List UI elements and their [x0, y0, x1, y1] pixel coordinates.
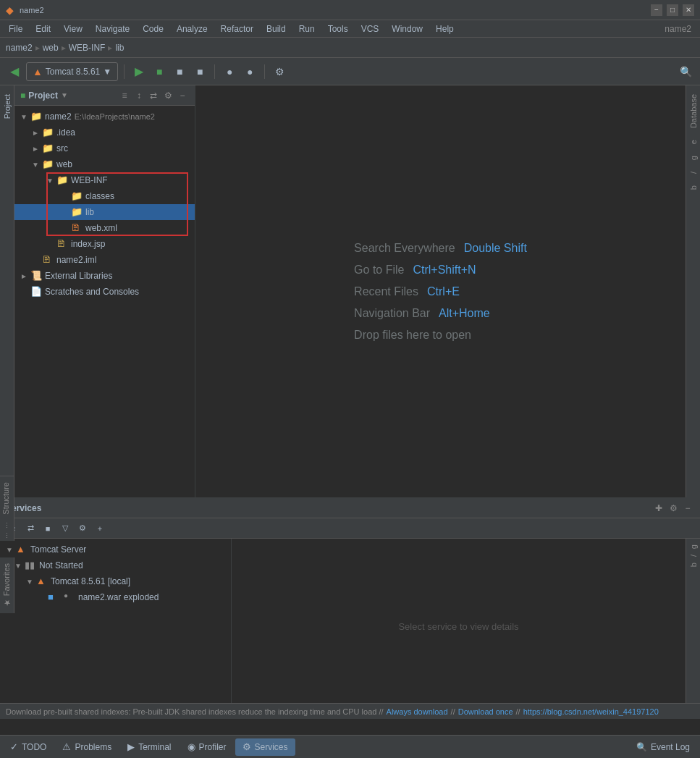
tree-root[interactable]: ▼ 📁 name2 E:\IdeaProjects\name2 [14, 109, 195, 125]
web-arrow-icon: ▼ [32, 161, 42, 169]
terminal-button[interactable]: ▶ Terminal [120, 738, 178, 756]
breadcrumb-web[interactable]: web [43, 43, 59, 53]
services-tomcat-local[interactable]: ▼ ▲ Tomcat 8.5.61 [local] [0, 573, 231, 589]
window-title: name2 [20, 6, 44, 14]
menu-window[interactable]: Window [386, 22, 429, 35]
services-war-exploded[interactable]: ■ ● name2.war exploded [0, 589, 231, 605]
menu-bar: File Edit View Navigate Code Analyze Ref… [0, 20, 700, 38]
services-right-label-1[interactable]: g [689, 542, 698, 552]
app-logo-icon: ◆ [6, 4, 14, 16]
download-once-link[interactable]: Download once [458, 707, 513, 716]
not-started-arrow-icon: ▼ [14, 562, 25, 570]
editor-hints: Search Everywhere Double Shift Go to Fil… [354, 233, 527, 350]
project-tab[interactable]: Project [1, 88, 13, 125]
menu-file[interactable]: File [3, 22, 28, 35]
right-strip-b[interactable]: b [689, 180, 698, 195]
project-settings-btn[interactable]: ⚙ [161, 89, 174, 102]
tree-iml[interactable]: 🖹 name2.iml [14, 252, 195, 268]
services-settings-btn[interactable]: ⚙ [667, 502, 680, 515]
services-expand-btn[interactable]: ⇄ [23, 521, 38, 536]
maximize-button[interactable]: □ [667, 4, 678, 16]
menu-view[interactable]: View [58, 22, 88, 35]
project-expand-btn[interactable]: ⇄ [147, 89, 160, 102]
profile-button[interactable]: ■ [191, 63, 208, 80]
tree-classes[interactable]: 📁 classes [14, 188, 195, 204]
right-strip-e[interactable]: e [689, 134, 698, 150]
war-label: name2.war exploded [78, 592, 159, 602]
services-button[interactable]: ⚙ Services [235, 738, 295, 756]
database-label[interactable]: Database [689, 88, 698, 134]
close-button[interactable]: ✕ [683, 4, 694, 16]
run-button[interactable]: ▶ [130, 63, 148, 80]
project-sort-btn[interactable]: ↕ [132, 89, 146, 102]
services-add-btn[interactable]: + [93, 521, 107, 536]
toolbar-separator-3 [264, 64, 265, 79]
tomcat-dropdown[interactable]: ▲ Tomcat 8.5.61 ▼ [26, 62, 118, 81]
menu-navigate[interactable]: Navigate [90, 22, 135, 35]
structure-label[interactable]: Structure [0, 476, 14, 521]
event-log-button[interactable]: 🔍 Event Log [629, 738, 697, 756]
project-header-title: Project [28, 90, 58, 101]
project-collapse-btn[interactable]: ≡ [118, 89, 131, 102]
tree-webinf[interactable]: ▼ 📁 WEB-INF [14, 172, 195, 188]
problems-button[interactable]: ⚠ Problems [55, 738, 119, 756]
menu-run[interactable]: Run [293, 22, 321, 35]
tree-scratches[interactable]: 📄 Scratches and Consoles [14, 284, 195, 300]
menu-help[interactable]: Help [430, 22, 460, 35]
tree-lib[interactable]: 📁 lib [14, 204, 195, 220]
search-button[interactable]: 🔍 [677, 63, 694, 80]
services-filter-btn[interactable]: ▽ [58, 521, 72, 536]
project-close-btn[interactable]: − [176, 89, 189, 102]
editor-area[interactable]: Search Everywhere Double Shift Go to Fil… [195, 85, 686, 497]
extlibs-icon: 📜 [30, 270, 42, 282]
right-panel-strip: Database e g / b [686, 85, 700, 497]
idea-arrow-icon: ► [32, 129, 42, 137]
services-group-btn[interactable]: ■ [41, 521, 55, 536]
minimize-button[interactable]: − [651, 4, 662, 16]
services-right-label-2[interactable]: / [689, 552, 698, 560]
services-add-service-btn[interactable]: ✚ [652, 502, 665, 515]
tree-src[interactable]: ► 📁 src [14, 140, 195, 156]
todo-button[interactable]: ✓ TODO [3, 738, 54, 756]
run-config-arrow[interactable]: ◀ [6, 63, 23, 80]
right-strip-g[interactable]: g [689, 150, 698, 166]
tree-web[interactable]: ▼ 📁 web [14, 156, 195, 172]
breadcrumb-name2[interactable]: name2 [6, 43, 33, 53]
menu-vcs[interactable]: VCS [355, 22, 385, 35]
profiler-button[interactable]: ◉ Profiler [180, 738, 234, 756]
menu-analyze[interactable]: Analyze [171, 22, 214, 35]
hint-drop-label: Drop files here to open [354, 329, 471, 342]
favorites-label[interactable]: ★ Favorites [0, 557, 12, 613]
breadcrumb-webinf[interactable]: WEB-INF [69, 43, 106, 53]
menu-refactor[interactable]: Refactor [215, 22, 259, 35]
tree-indexjsp[interactable]: 🖹 index.jsp [14, 236, 195, 252]
menu-build[interactable]: Build [261, 22, 292, 35]
services-config-btn[interactable]: ⚙ [75, 521, 90, 536]
title-bar: ◆ name2 − □ ✕ [0, 0, 700, 20]
src-folder-icon: 📁 [42, 143, 54, 154]
tree-webxml[interactable]: 🖹 web.xml [14, 220, 195, 236]
tree-extlibs[interactable]: ► 📜 External Libraries [14, 268, 195, 284]
notification-url[interactable]: https://blog.csdn.net/weixin_44197120 [523, 707, 659, 716]
tomcat-local-icon: ▲ [36, 576, 48, 587]
services-not-started[interactable]: ▼ ▮▮ Not Started [0, 557, 231, 573]
services-tomcat-server[interactable]: ▼ ▲ Tomcat Server [0, 542, 231, 557]
not-started-icon: ▮▮ [25, 560, 36, 571]
menu-tools[interactable]: Tools [322, 22, 354, 35]
always-download-link[interactable]: Always download [387, 707, 448, 716]
root-path: E:\IdeaProjects\name2 [75, 112, 155, 121]
menu-code[interactable]: Code [137, 22, 169, 35]
settings-button[interactable]: ⚙ [271, 63, 288, 80]
menu-edit[interactable]: Edit [30, 22, 56, 35]
hint-navbar-label: Navigation Bar [354, 307, 430, 320]
root-folder-icon: 📁 [30, 111, 42, 122]
tree-idea[interactable]: ► 📁 .idea [14, 125, 195, 140]
coverage-button[interactable]: ■ [171, 63, 188, 80]
right-strip-slash[interactable]: / [689, 166, 698, 180]
rebuild-button[interactable]: ● [241, 63, 258, 80]
services-minimize-btn[interactable]: − [681, 502, 694, 515]
breadcrumb-lib[interactable]: lib [115, 43, 124, 53]
debug-button[interactable]: ■ [151, 63, 168, 80]
build-button[interactable]: ● [221, 63, 238, 80]
services-right-label-3[interactable]: b [689, 560, 698, 570]
